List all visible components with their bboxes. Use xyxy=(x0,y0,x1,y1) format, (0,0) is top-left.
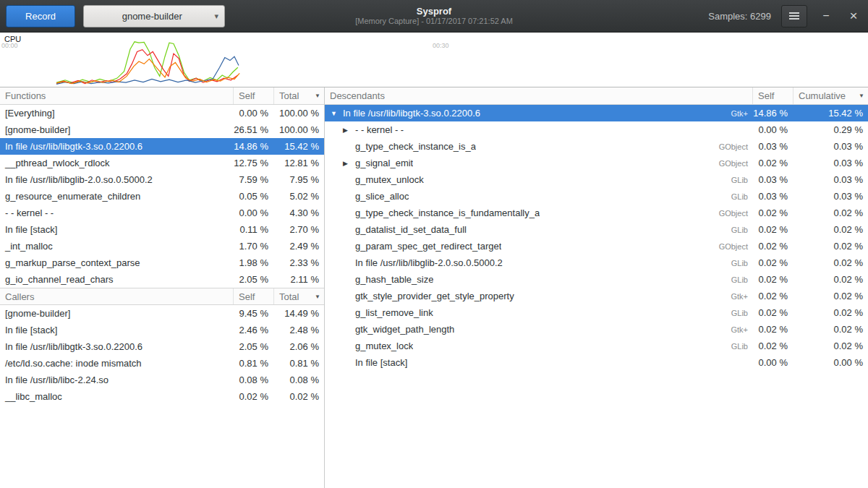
descendant-function-name: g_datalist_id_set_data_full xyxy=(355,224,467,235)
self-percent: 1.70 % xyxy=(233,238,273,254)
expander-expanded-icon[interactable]: ▼ xyxy=(331,110,343,117)
cumulative-percent: 0.29 % xyxy=(793,121,868,138)
self-percent: 0.02 % xyxy=(752,288,793,304)
function-row[interactable]: In file /usr/lib/libgtk-3.so.0.2200.614.… xyxy=(0,138,324,155)
caller-row[interactable]: In file /usr/lib/libgtk-3.so.0.2200.62.0… xyxy=(0,338,324,355)
cumulative-percent: 0.02 % xyxy=(793,304,868,321)
descendant-row[interactable]: ▼In file /usr/lib/libgtk-3.so.0.2200.6Gt… xyxy=(325,105,868,121)
function-name: [gnome-builder] xyxy=(0,305,233,322)
function-row[interactable]: g_resource_enumerate_children0.05 %5.02 … xyxy=(0,188,324,205)
library-tag: Gtk+ xyxy=(723,325,752,334)
descendant-name-cell: ▶- - kernel - - xyxy=(325,121,752,138)
descendant-row[interactable]: gtk_style_provider_get_style_propertyGtk… xyxy=(325,288,868,304)
close-button[interactable]: × xyxy=(845,6,862,26)
library-tag: GObject xyxy=(712,242,752,251)
function-row[interactable]: In file [stack]0.11 %2.70 % xyxy=(0,221,324,238)
column-header-functions[interactable]: Functions xyxy=(0,87,233,104)
descendant-name-cell: g_mutex_lockGLib xyxy=(325,338,752,354)
cpu-graph[interactable]: CPU 00:00 00:30 xyxy=(0,33,868,87)
column-header-cumulative[interactable]: Cumulative ▼ xyxy=(793,87,868,104)
expander-collapsed-icon[interactable]: ▶ xyxy=(343,160,355,167)
minimize-button[interactable]: − xyxy=(817,6,835,26)
descendant-function-name: g_mutex_unlock xyxy=(355,174,424,185)
column-header-total[interactable]: Total ▼ xyxy=(273,87,324,104)
cumulative-percent: 0.02 % xyxy=(793,338,868,354)
library-tag: GLib xyxy=(724,226,752,234)
caller-row[interactable]: /etc/ld.so.cache: inode mismatch0.81 %0.… xyxy=(0,355,324,372)
descendant-row[interactable]: g_mutex_unlockGLib0.03 %0.03 % xyxy=(325,171,868,188)
sort-indicator-icon: ▼ xyxy=(315,294,320,300)
self-percent: 14.86 % xyxy=(752,105,793,121)
descendant-row[interactable]: g_datalist_id_set_data_fullGLib0.02 %0.0… xyxy=(325,221,868,238)
library-tag: GLib xyxy=(724,342,752,351)
descendant-row[interactable]: In file [stack]0.00 %0.00 % xyxy=(325,354,868,371)
total-percent: 0.81 % xyxy=(273,355,324,372)
descendant-function-name: g_signal_emit xyxy=(355,158,413,168)
descendant-function-name: g_hash_table_size xyxy=(355,274,433,285)
caller-row[interactable]: [gnome-builder]9.45 %14.49 % xyxy=(0,305,324,322)
self-percent: 0.00 % xyxy=(752,121,793,138)
descendants-table-body: ▼In file /usr/lib/libgtk-3.so.0.2200.6Gt… xyxy=(325,105,868,371)
descendant-row[interactable]: g_param_spec_get_redirect_targetGObject0… xyxy=(325,238,868,254)
function-name: In file /usr/lib/libc-2.24.so xyxy=(0,372,233,388)
descendant-row[interactable]: g_type_check_instance_is_aGObject0.03 %0… xyxy=(325,138,868,155)
descendant-row[interactable]: ▶g_signal_emitGObject0.02 %0.03 % xyxy=(325,155,868,171)
self-percent: 7.59 % xyxy=(233,171,273,188)
self-percent: 0.03 % xyxy=(752,188,793,205)
descendant-name-cell: In file [stack] xyxy=(325,354,752,371)
function-row[interactable]: g_io_channel_read_chars2.05 %2.11 % xyxy=(0,271,324,288)
function-row[interactable]: [Everything]0.00 %100.00 % xyxy=(0,105,324,121)
cumulative-percent: 0.03 % xyxy=(793,138,868,155)
cumulative-percent: 0.02 % xyxy=(793,271,868,288)
menu-button[interactable] xyxy=(781,5,807,27)
column-header-descendants[interactable]: Descendants xyxy=(325,87,752,104)
process-selector-dropdown[interactable]: gnome-builder ▾ xyxy=(83,5,225,27)
library-tag: GLib xyxy=(724,309,752,317)
column-header-self[interactable]: Self xyxy=(752,87,793,104)
descendant-name-cell: g_slice_allocGLib xyxy=(325,188,752,205)
function-row[interactable]: _int_malloc1.70 %2.49 % xyxy=(0,238,324,254)
function-row[interactable]: __pthread_rwlock_rdlock12.75 %12.81 % xyxy=(0,155,324,171)
cumulative-percent: 0.03 % xyxy=(793,155,868,171)
expander-collapsed-icon[interactable]: ▶ xyxy=(343,127,355,134)
total-percent: 100.00 % xyxy=(273,105,324,121)
column-header-callers[interactable]: Callers xyxy=(0,288,233,304)
record-button[interactable]: Record xyxy=(6,5,75,27)
process-selector-value: gnome-builder xyxy=(90,11,214,22)
right-pane: Descendants Self Cumulative ▼ ▼In file /… xyxy=(325,87,868,488)
descendant-row[interactable]: g_type_check_instance_is_fundamentally_a… xyxy=(325,205,868,221)
caller-row[interactable]: In file [stack]2.46 %2.48 % xyxy=(0,322,324,338)
function-row[interactable]: g_markup_parse_context_parse1.98 %2.33 % xyxy=(0,254,324,271)
descendant-row[interactable]: g_slice_allocGLib0.03 %0.03 % xyxy=(325,188,868,205)
function-row[interactable]: In file /usr/lib/libglib-2.0.so.0.5000.2… xyxy=(0,171,324,188)
descendant-row[interactable]: ▶- - kernel - -0.00 %0.29 % xyxy=(325,121,868,138)
descendant-function-name: g_mutex_lock xyxy=(355,341,413,351)
function-name: In file [stack] xyxy=(0,322,233,338)
self-percent: 26.51 % xyxy=(233,121,273,138)
descendant-function-name: gtk_widget_path_length xyxy=(355,324,454,335)
descendant-name-cell: g_hash_table_sizeGLib xyxy=(325,271,752,288)
descendant-row[interactable]: In file /usr/lib/libglib-2.0.so.0.5000.2… xyxy=(325,254,868,271)
descendant-row[interactable]: g_hash_table_sizeGLib0.02 %0.02 % xyxy=(325,271,868,288)
total-percent: 0.02 % xyxy=(273,388,324,405)
column-header-self[interactable]: Self xyxy=(233,288,273,304)
library-tag: Gtk+ xyxy=(723,292,752,301)
header-bar: Record gnome-builder ▾ Sysprof [Memory C… xyxy=(0,0,868,33)
descendant-row[interactable]: gtk_widget_path_lengthGtk+0.02 %0.02 % xyxy=(325,321,868,338)
column-header-total[interactable]: Total ▼ xyxy=(273,288,324,304)
total-percent: 14.49 % xyxy=(273,305,324,322)
function-row[interactable]: [gnome-builder]26.51 %100.00 % xyxy=(0,121,324,138)
column-header-cumulative-label: Cumulative xyxy=(799,90,846,101)
descendant-row[interactable]: g_list_remove_linkGLib0.02 %0.02 % xyxy=(325,304,868,321)
caller-row[interactable]: __libc_malloc0.02 %0.02 % xyxy=(0,388,324,405)
descendant-row[interactable]: g_mutex_lockGLib0.02 %0.02 % xyxy=(325,338,868,354)
descendant-function-name: In file /usr/lib/libgtk-3.so.0.2200.6 xyxy=(343,108,480,119)
column-header-self[interactable]: Self xyxy=(233,87,273,104)
function-row[interactable]: - - kernel - -0.00 %4.30 % xyxy=(0,205,324,221)
descendant-name-cell: In file /usr/lib/libglib-2.0.so.0.5000.2… xyxy=(325,254,752,271)
descendant-name-cell: g_param_spec_get_redirect_targetGObject xyxy=(325,238,752,254)
caller-row[interactable]: In file /usr/lib/libc-2.24.so0.08 %0.08 … xyxy=(0,372,324,388)
samples-count: Samples: 6299 xyxy=(708,11,771,22)
cumulative-percent: 15.42 % xyxy=(793,105,868,121)
self-percent: 1.98 % xyxy=(233,254,273,271)
